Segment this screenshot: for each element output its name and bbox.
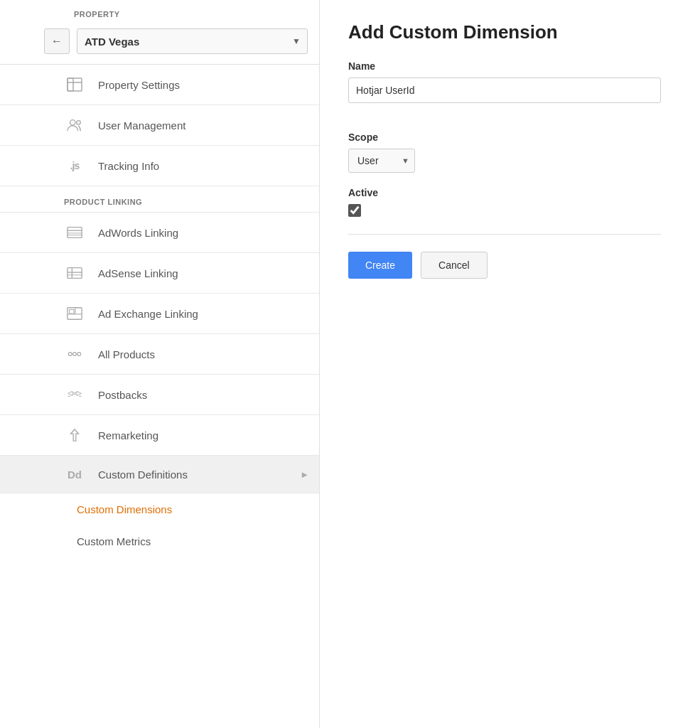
sidebar-item-user-management[interactable]: User Management — [0, 105, 319, 146]
chevron-right-icon: ► — [300, 469, 309, 480]
svg-rect-9 — [68, 268, 82, 279]
svg-rect-1 — [68, 78, 73, 91]
svg-rect-14 — [70, 310, 74, 314]
tracking-info-label: Tracking Info — [98, 160, 159, 172]
sidebar-item-tracking-info[interactable]: .js Tracking Info — [0, 146, 319, 186]
js-icon: .js — [64, 157, 85, 174]
svg-point-19 — [77, 353, 81, 356]
name-input[interactable] — [348, 77, 661, 103]
svg-rect-5 — [68, 228, 82, 238]
user-management-label: User Management — [98, 119, 185, 132]
all-products-icon — [64, 346, 85, 363]
scope-dropdown-wrapper: Hit Session User Product ▼ — [348, 149, 415, 173]
dd-icon: Dd — [64, 466, 85, 483]
sidebar-item-all-products[interactable]: All Products — [0, 334, 319, 375]
property-select[interactable]: ATD Vegas — [77, 28, 308, 54]
sidebar-item-ad-exchange-linking[interactable]: Ad Exchange Linking — [0, 294, 319, 334]
svg-rect-0 — [68, 78, 82, 91]
active-group: Active — [348, 187, 672, 217]
scope-group: Scope Hit Session User Product ▼ — [348, 132, 672, 173]
create-button[interactable]: Create — [348, 252, 412, 279]
property-dropdown-wrapper: ATD Vegas ▼ — [77, 28, 308, 54]
postbacks-label: Postbacks — [98, 389, 147, 401]
users-icon — [64, 117, 85, 134]
postbacks-icon — [64, 386, 85, 403]
back-button[interactable]: ← — [44, 28, 70, 54]
active-checkbox[interactable] — [348, 204, 361, 217]
form-divider — [348, 234, 661, 235]
adwords-linking-label: AdWords Linking — [98, 227, 178, 239]
svg-point-3 — [70, 120, 75, 125]
scope-select[interactable]: Hit Session User Product — [348, 149, 415, 173]
sidebar-item-postbacks[interactable]: Postbacks — [0, 375, 319, 415]
sidebar-item-custom-definitions[interactable]: Dd Custom Definitions ► — [0, 456, 319, 493]
custom-metrics-label: Custom Metrics — [77, 535, 151, 547]
svg-point-18 — [73, 353, 77, 356]
layout-icon — [64, 76, 85, 93]
sidebar-subitem-custom-metrics[interactable]: Custom Metrics — [0, 525, 319, 557]
remarketing-icon — [64, 427, 85, 444]
sidebar-item-adsense-linking[interactable]: AdSense Linking — [0, 253, 319, 294]
adsense-icon — [64, 264, 85, 282]
property-dropdown-row: ← ATD Vegas ▼ — [0, 24, 319, 65]
name-label: Name — [348, 60, 672, 72]
cancel-button[interactable]: Cancel — [421, 252, 488, 279]
custom-dimensions-label: Custom Dimensions — [77, 503, 172, 515]
name-group: Name — [348, 60, 672, 117]
form-title: Add Custom Dimension — [348, 21, 672, 43]
sidebar-item-remarketing[interactable]: Remarketing — [0, 415, 319, 456]
back-arrow-icon: ← — [51, 35, 63, 48]
ad-exchange-linking-label: Ad Exchange Linking — [98, 308, 198, 320]
active-checkbox-wrapper — [348, 204, 672, 217]
button-row: Create Cancel — [348, 252, 672, 279]
scope-label: Scope — [348, 132, 672, 143]
custom-definitions-label: Custom Definitions — [98, 469, 188, 481]
svg-point-4 — [77, 121, 81, 125]
sidebar: PROPERTY ← ATD Vegas ▼ Property Settings — [0, 0, 320, 728]
svg-point-17 — [68, 353, 72, 356]
active-label: Active — [348, 187, 672, 198]
all-products-label: All Products — [98, 348, 155, 360]
product-linking-label: PRODUCT LINKING — [0, 186, 319, 213]
sidebar-item-adwords-linking[interactable]: AdWords Linking — [0, 213, 319, 253]
adwords-icon — [64, 224, 85, 241]
remarketing-label: Remarketing — [98, 429, 158, 441]
property-settings-label: Property Settings — [98, 79, 180, 91]
sidebar-subitem-custom-dimensions[interactable]: Custom Dimensions — [0, 493, 319, 525]
main-content: Add Custom Dimension Name Scope Hit Sess… — [320, 0, 700, 728]
sidebar-item-property-settings[interactable]: Property Settings — [0, 65, 319, 105]
adsense-linking-label: AdSense Linking — [98, 267, 178, 279]
adexchange-icon — [64, 305, 85, 322]
property-section-label: PROPERTY — [0, 0, 319, 24]
